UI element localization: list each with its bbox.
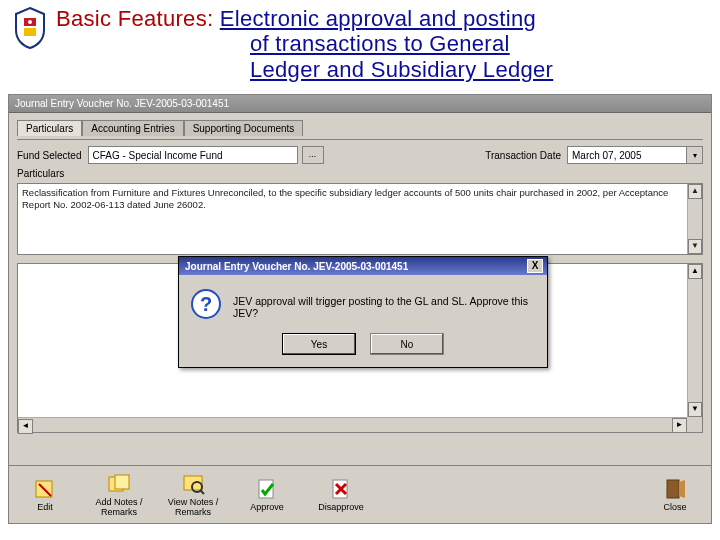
view-notes-label: View Notes / Remarks	[165, 498, 221, 518]
scroll-corner	[687, 417, 702, 432]
slide-title-prefix: Basic Features:	[56, 6, 220, 31]
scroll-right-icon[interactable]: ►	[672, 418, 687, 433]
app-titlebar: Journal Entry Voucher No. JEV-2005-03-00…	[9, 95, 711, 113]
question-icon: ?	[191, 289, 221, 319]
close-door-icon	[662, 477, 688, 501]
grid-scrollbar-h[interactable]: ◄ ►	[18, 417, 687, 432]
disapprove-icon	[328, 477, 354, 501]
chevron-down-icon: ▾	[693, 151, 697, 160]
dialog-titlebar: Journal Entry Voucher No. JEV-2005-03-00…	[179, 257, 547, 275]
slide-title-line2: of transactions to General	[250, 31, 510, 56]
transaction-date-dropdown[interactable]: ▾	[687, 146, 703, 164]
edit-button[interactable]: Edit	[17, 477, 73, 513]
dialog-no-button[interactable]: No	[370, 333, 444, 355]
slide-title-line3: Ledger and Subsidiary Ledger	[250, 57, 553, 82]
svg-rect-5	[115, 475, 129, 489]
approve-button[interactable]: Approve	[239, 477, 295, 513]
grid-scrollbar-v[interactable]: ▲ ▼	[687, 264, 702, 417]
edit-label: Edit	[37, 503, 53, 513]
scroll-up-icon[interactable]: ▲	[688, 184, 702, 199]
svg-point-2	[28, 20, 32, 24]
add-notes-label: Add Notes / Remarks	[91, 498, 147, 518]
dialog-message: JEV approval will trigger posting to the…	[233, 289, 535, 319]
approve-icon	[254, 477, 280, 501]
particulars-textarea[interactable]: Reclassification from Furniture and Fixt…	[17, 183, 703, 255]
disapprove-button[interactable]: Disapprove	[313, 477, 369, 513]
tab-strip: Particulars Accounting Entries Supportin…	[17, 119, 703, 135]
add-notes-icon	[106, 472, 132, 496]
tab-supporting-documents[interactable]: Supporting Documents	[184, 120, 304, 136]
approve-dialog: Journal Entry Voucher No. JEV-2005-03-00…	[178, 256, 548, 368]
transaction-date-input[interactable]: March 07, 2005	[567, 146, 687, 164]
fund-selected-input[interactable]: CFAG - Special Income Fund	[88, 146, 298, 164]
dialog-yes-button[interactable]: Yes	[282, 333, 356, 355]
tab-underline	[17, 139, 703, 140]
university-seal-icon	[12, 6, 48, 50]
scroll-down-icon[interactable]: ▼	[688, 239, 702, 254]
slide-title: Basic Features: Electronic approval and …	[56, 6, 553, 82]
fund-browse-button[interactable]: ...	[302, 146, 324, 164]
close-label: Close	[663, 503, 686, 513]
svg-marker-12	[679, 480, 685, 498]
edit-icon	[32, 477, 58, 501]
scroll-up-icon[interactable]: ▲	[688, 264, 702, 279]
svg-line-8	[200, 490, 204, 494]
slide-header: Basic Features: Electronic approval and …	[0, 0, 720, 86]
transaction-date-label: Transaction Date	[485, 150, 561, 161]
particulars-label: Particulars	[17, 168, 64, 179]
slide-title-line1: Electronic approval and posting	[220, 6, 536, 31]
disapprove-label: Disapprove	[318, 503, 364, 513]
toolbar: Edit Add Notes / Remarks View Notes / Re…	[9, 465, 711, 523]
scroll-down-icon[interactable]: ▼	[688, 402, 702, 417]
close-button[interactable]: Close	[647, 477, 703, 513]
scroll-left-icon[interactable]: ◄	[18, 419, 33, 434]
dialog-title: Journal Entry Voucher No. JEV-2005-03-00…	[185, 261, 408, 272]
dialog-close-button[interactable]: X	[527, 259, 543, 273]
particulars-text: Reclassification from Furniture and Fixt…	[22, 187, 668, 210]
tab-accounting-entries[interactable]: Accounting Entries	[82, 120, 183, 136]
fund-selected-label: Fund Selected	[17, 150, 82, 161]
view-notes-button[interactable]: View Notes / Remarks	[165, 472, 221, 518]
add-notes-button[interactable]: Add Notes / Remarks	[91, 472, 147, 518]
approve-label: Approve	[250, 503, 284, 513]
view-notes-icon	[180, 472, 206, 496]
tab-particulars[interactable]: Particulars	[17, 120, 82, 136]
svg-rect-1	[24, 28, 36, 36]
particulars-scrollbar[interactable]: ▲ ▼	[687, 184, 702, 254]
svg-rect-11	[667, 480, 679, 498]
